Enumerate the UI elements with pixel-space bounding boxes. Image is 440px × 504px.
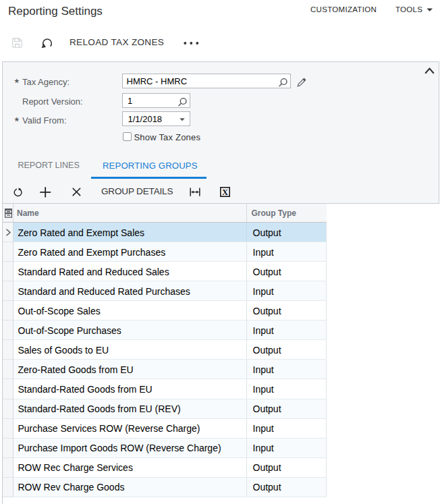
svg-text:X: X: [222, 188, 228, 197]
